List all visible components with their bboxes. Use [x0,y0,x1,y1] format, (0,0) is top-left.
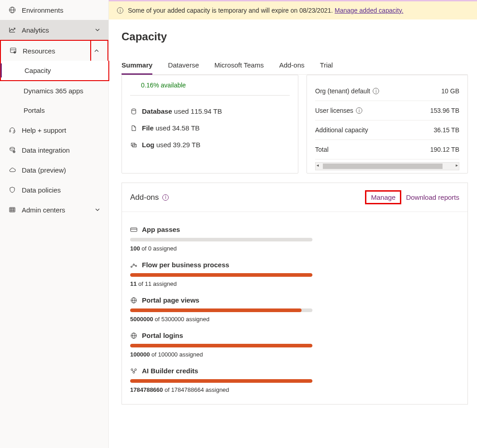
addon-icon [130,227,137,232]
source-value: 10 GB [441,87,459,95]
svg-rect-9 [14,130,15,132]
available-text: 0.16% available [130,82,290,96]
info-banner: i Some of your added capacity is tempora… [109,0,477,19]
manage-link[interactable]: Manage [371,193,395,201]
page-title: Capacity [122,30,468,43]
nav-label: Resources [23,47,55,55]
source-row-licenses: User licensesi 153.96 TB [315,101,459,120]
nav-label: Data policies [22,186,61,194]
svg-line-27 [132,265,133,266]
addon-icon [130,297,137,304]
log-icon [130,142,137,148]
nav-label: Portals [24,106,45,114]
banner-text: Some of your added capacity is temporary… [128,7,404,14]
nav-label: Help + support [22,126,66,134]
addon-title: Flow per business process [130,261,459,269]
addon-title: AI Builder credits [130,367,459,375]
addon-title: App passes [130,226,459,233]
svg-point-36 [135,369,136,371]
addon-title: Portal logins [130,332,459,339]
source-value: 153.96 TB [430,107,459,114]
sidebar-item-help[interactable]: Help + support [0,120,108,140]
main-content: i Some of your added capacity is tempora… [109,0,477,448]
info-icon[interactable]: i [356,107,362,114]
tab-dataverse[interactable]: Dataverse [168,57,199,74]
sources-card: Org (tenant) defaulti 10 GB User license… [307,75,468,173]
headset-icon [8,126,16,134]
svg-line-28 [134,265,136,266]
nav-label: Data integration [22,146,70,154]
nav-label: Admin centers [22,206,65,214]
cloud-icon [8,166,16,174]
sidebar-item-datapreview[interactable]: Data (preview) [0,160,108,180]
addon-item: Flow per business process11 of 11 assign… [130,261,459,287]
addon-icon [130,332,137,339]
tab-teams[interactable]: Microsoft Teams [214,57,264,74]
info-icon[interactable]: i [373,88,379,94]
addon-subtext: 1784788660 of 1784788664 assigned [130,386,459,393]
sidebar-item-analytics[interactable]: Analytics [0,20,108,40]
sidebar-item-environments[interactable]: Environments [0,0,108,20]
progress-bar [130,308,312,312]
usage-text: Log used 39.29 TB [142,141,200,149]
source-label: Total [315,146,329,153]
database-icon [130,108,137,115]
info-icon[interactable]: i [162,194,169,201]
svg-point-10 [10,147,15,149]
sidebar-item-resources[interactable]: Resources [0,40,108,61]
source-row-org: Org (tenant) defaulti 10 GB [315,82,459,101]
sidebar-item-dynamics[interactable]: Dynamics 365 apps [0,81,108,101]
addon-subtext: 100 of 0 assigned [130,245,459,252]
chevron-down-icon [95,207,100,212]
usage-log: Log used 39.29 TB [130,136,290,153]
addons-list: App passes100 of 0 assignedFlow per busi… [122,212,467,404]
sidebar: Environments Analytics Resources Capacit… [0,0,109,448]
svg-rect-18 [13,210,14,211]
addon-item: App passes100 of 0 assigned [130,226,459,252]
chevron-down-icon [95,27,100,33]
globe-icon [8,6,16,14]
addon-subtext: 11 of 11 assigned [130,280,459,287]
svg-rect-22 [131,228,137,231]
horizontal-scrollbar[interactable] [315,162,459,170]
sidebar-item-dataintegration[interactable]: Data integration [0,140,108,160]
addon-icon [130,262,137,268]
tab-trial[interactable]: Trial [320,57,333,74]
usage-file: File used 34.58 TB [130,120,290,136]
banner-link[interactable]: Manage added capacity. [335,7,404,14]
source-label: Additional capacity [315,126,368,134]
nav-label: Analytics [22,26,49,34]
sidebar-item-portals[interactable]: Portals [0,101,108,120]
chart-icon [8,26,16,34]
sidebar-item-datapolicies[interactable]: Data policies [0,180,108,200]
svg-rect-17 [10,210,12,211]
file-icon [130,125,137,131]
progress-bar [130,344,312,347]
svg-line-39 [134,370,135,371]
info-icon: i [117,7,123,14]
source-row-additional: Additional capacity 36.15 TB [315,120,459,140]
svg-rect-3 [10,48,16,53]
source-label: Org (tenant) default [315,87,370,95]
tab-summary[interactable]: Summary [122,57,152,75]
nav-label: Environments [22,6,63,14]
sidebar-item-capacity[interactable]: Capacity [0,61,109,81]
source-label: User licenses [315,107,353,114]
tab-addons[interactable]: Add-ons [279,57,305,74]
addon-item: Portal page views5000000 of 5300000 assi… [130,296,459,323]
progress-bar [130,238,312,241]
sidebar-item-admincenters[interactable]: Admin centers [0,200,108,220]
storage-card: 0.16% available Database used 115.94 TB … [122,75,298,173]
svg-line-38 [133,370,134,371]
addon-subtext: 5000000 of 5300000 assigned [130,316,459,323]
usage-database: Database used 115.94 TB [130,103,290,120]
download-reports-link[interactable]: Download reports [406,193,459,201]
resources-icon [9,47,17,55]
nav-label: Dynamics 365 apps [24,87,83,95]
progress-bar [130,273,312,277]
addon-subtext: 100000 of 100000 assigned [130,351,459,358]
nav-label: Capacity [24,67,51,74]
source-value: 36.15 TB [433,126,459,134]
addons-card: Add-ons i Manage Download reports App pa… [122,183,468,405]
shield-icon [8,186,16,194]
